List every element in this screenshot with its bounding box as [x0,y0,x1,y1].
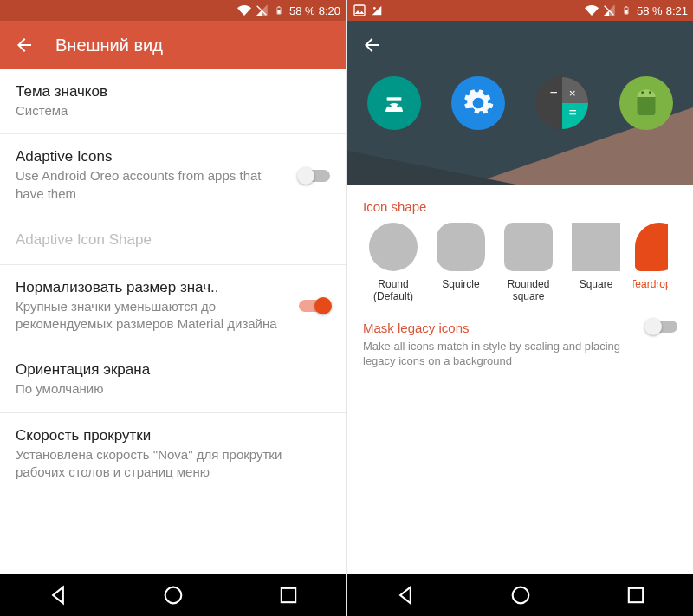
shape-preview-square [572,223,620,271]
shape-option-rounded-square[interactable]: Rounded square [498,223,559,303]
svg-rect-1 [278,6,280,7]
phone-right: 58 % 8:21 −×= [346,0,693,616]
setting-title: Скорость прокрутки [16,427,330,444]
svg-point-11 [398,105,400,107]
svg-point-6 [373,7,376,10]
back-button[interactable] [361,35,382,55]
settings-icon [451,76,505,130]
svg-rect-12 [387,97,402,100]
setting-subtitle: Use Android Oreo accounts from apps that… [16,167,288,203]
nav-home-button[interactable] [161,583,185,607]
mask-title: Mask legacy icons [363,321,636,335]
battery-text: 58 % [637,4,663,17]
battery-icon [272,3,286,17]
notification-app-icon [370,3,384,17]
clock-text: 8:20 [319,4,340,17]
setting-adaptive-shape: Adaptive Icon Shape [0,217,346,265]
svg-rect-5 [354,5,365,16]
shape-option-round[interactable]: Round (Default) [363,223,424,303]
wifi-icon [237,3,251,17]
signal-icon [602,3,616,17]
setting-scroll-speed[interactable]: Скорость прокрутки Установлена скорость … [0,413,346,496]
notification-image-icon [353,3,366,17]
setting-title: Ориентация экрана [16,361,330,379]
android-icon [619,76,673,130]
section-title-icon-shape: Icon shape [347,185,693,223]
svg-point-13 [474,99,483,107]
phone-left: 58 % 8:20 Внешний вид Тема значков Систе… [0,0,346,616]
page-title: Внешний вид [55,36,163,55]
shape-preview-squircle [437,223,485,271]
setting-subtitle: Установлена скорость "Nova" для прокрутк… [16,446,330,482]
status-bar: 58 % 8:21 [347,0,693,21]
svg-text:−: − [549,85,557,100]
calculator-icon: −×= [535,76,589,130]
svg-rect-8 [625,6,627,7]
setting-title: Adaptive Icons [16,148,288,165]
setting-subtitle: Система [16,102,330,120]
setting-title: Тема значков [16,83,330,101]
svg-text:=: = [569,105,577,120]
signal-icon [255,3,269,17]
clock-text: 8:21 [666,4,688,17]
toggle-normalize-size[interactable] [299,300,330,312]
svg-rect-2 [277,10,280,14]
shape-label: Teardrop [633,278,668,290]
nav-home-button[interactable] [508,583,533,607]
shape-label: Rounded square [498,278,559,303]
toggle-mask-legacy[interactable] [646,321,677,333]
svg-rect-21 [628,588,642,602]
shape-preview-round [369,223,418,271]
shape-label: Round (Default) [363,278,424,303]
shape-option-teardrop[interactable]: Teardrop [633,223,668,303]
icon-preview-area: −×= [347,21,693,185]
svg-text:×: × [569,87,576,100]
svg-point-20 [512,587,528,604]
back-button[interactable] [14,35,35,55]
nav-back-button[interactable] [46,583,70,607]
nav-recent-button[interactable] [624,583,648,607]
mask-subtitle: Make all icons match in style by scaling… [363,339,636,369]
svg-point-19 [649,91,651,94]
nav-recent-button[interactable] [276,583,301,607]
icon-shape-picker: Round (Default) Squircle Rounded square … [347,223,693,312]
nav-bar [347,574,693,616]
shape-preview-teardrop [635,223,668,271]
svg-rect-4 [281,588,295,602]
toggle-adaptive-icons[interactable] [299,170,330,182]
svg-point-18 [641,91,644,94]
setting-title: Adaptive Icon Shape [16,231,330,249]
setting-orientation[interactable]: Ориентация экрана По умолчанию [0,347,346,412]
battery-icon [619,3,633,17]
shape-label: Squircle [442,278,479,290]
setting-subtitle: Крупные значки уменьшаются до рекомендуе… [16,298,288,334]
action-bar: Внешний вид [0,21,346,69]
shape-option-squircle[interactable]: Squircle [431,223,491,303]
shape-label: Square [580,278,613,290]
setting-normalize-size[interactable]: Нормализовать размер знач.. Крупные знач… [0,265,346,348]
svg-rect-9 [625,10,627,14]
battery-text: 58 % [289,4,315,17]
setting-title: Нормализовать размер знач.. [16,279,288,296]
nav-back-button[interactable] [393,583,418,607]
setting-icon-theme[interactable]: Тема значков Система [0,69,346,134]
settings-list: Тема значков Система Adaptive Icons Use … [0,69,346,574]
setting-adaptive-icons[interactable]: Adaptive Icons Use Android Oreo accounts… [0,134,346,217]
svg-point-3 [165,587,181,604]
setting-subtitle: По умолчанию [16,380,330,398]
shape-preview-rounded-square [504,223,553,271]
shape-option-square[interactable]: Square [566,223,626,303]
android-studio-icon [367,76,421,130]
setting-mask-legacy[interactable]: Mask legacy icons Make all icons match i… [347,312,693,378]
svg-point-10 [389,105,392,107]
nav-bar [0,574,346,616]
wifi-icon [585,3,599,17]
status-bar: 58 % 8:20 [0,0,346,21]
